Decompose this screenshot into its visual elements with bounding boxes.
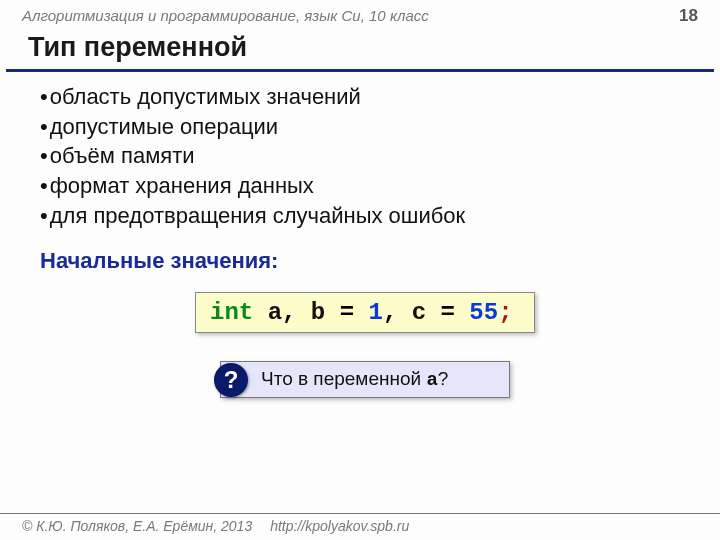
question-var: a [426,369,437,391]
code-var: b [311,299,325,326]
bullet-list: область допустимых значений допустимые о… [40,82,690,230]
code-example: int a, b = 1, c = 55; [195,292,535,333]
page-number: 18 [679,6,698,26]
slide-title: Тип переменной [6,28,714,72]
code-var: c [412,299,426,326]
question-text: Что в переменной [261,368,426,389]
course-title: Алгоритмизация и программирование, язык … [22,7,429,24]
copyright: © К.Ю. Поляков, Е.А. Ерёмин, 2013 [22,518,252,534]
code-number: 1 [368,299,382,326]
footer: © К.Ю. Поляков, Е.А. Ерёмин, 2013 http:/… [0,513,720,540]
section-subhead: Начальные значения: [40,248,690,274]
code-number: 55 [469,299,498,326]
list-item: допустимые операции [40,112,690,142]
list-item: формат хранения данных [40,171,690,201]
code-semicolon: ; [498,299,512,326]
list-item: для предотвращения случайных ошибок [40,201,690,231]
question-box: Что в переменной a? [220,361,510,398]
code-var: a [268,299,282,326]
list-item: объём памяти [40,141,690,171]
code-keyword-type: int [210,299,253,326]
footer-url: http://kpolyakov.spb.ru [270,518,409,534]
question-icon: ? [214,363,248,397]
list-item: область допустимых значений [40,82,690,112]
